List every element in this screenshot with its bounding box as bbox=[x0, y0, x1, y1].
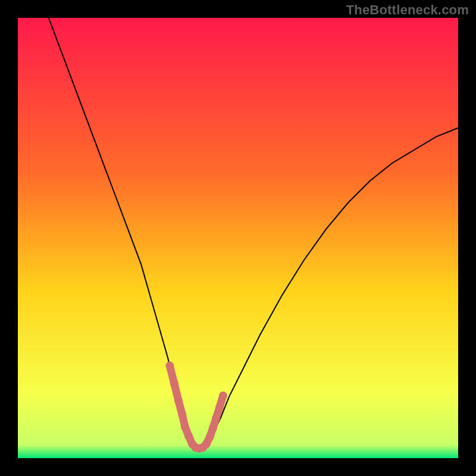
watermark-text: TheBottleneck.com bbox=[346, 2, 469, 18]
plot-background bbox=[18, 18, 458, 458]
highlight-dot bbox=[206, 433, 214, 441]
bottleneck-chart bbox=[0, 0, 476, 476]
highlight-dot bbox=[184, 432, 193, 440]
chart-container: TheBottleneck.com bbox=[0, 0, 476, 476]
highlight-dot bbox=[209, 424, 217, 433]
highlight-dot bbox=[202, 440, 211, 448]
highlight-dot bbox=[170, 379, 178, 387]
highlight-dot bbox=[181, 423, 189, 431]
highlight-dot bbox=[215, 403, 224, 412]
highlight-dot bbox=[178, 410, 186, 418]
highlight-dot bbox=[219, 392, 227, 400]
highlight-dot bbox=[174, 397, 183, 405]
highlight-dot bbox=[212, 414, 220, 422]
highlight-dot bbox=[165, 362, 174, 370]
